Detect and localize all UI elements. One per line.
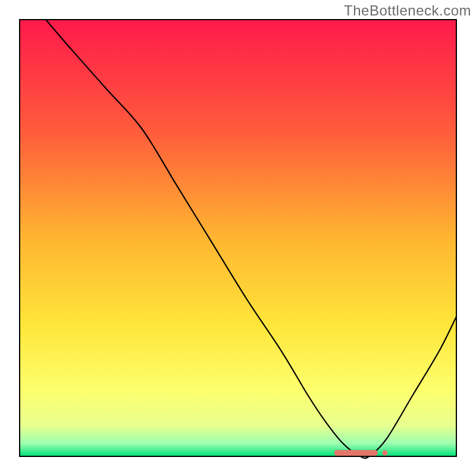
- chart-container: TheBottleneck.com: [0, 0, 476, 476]
- watermark-label: TheBottleneck.com: [344, 2, 471, 19]
- svg-rect-0: [334, 450, 377, 456]
- svg-point-1: [382, 450, 387, 456]
- plot-background: [20, 20, 456, 456]
- bottleneck-chart: [0, 0, 476, 476]
